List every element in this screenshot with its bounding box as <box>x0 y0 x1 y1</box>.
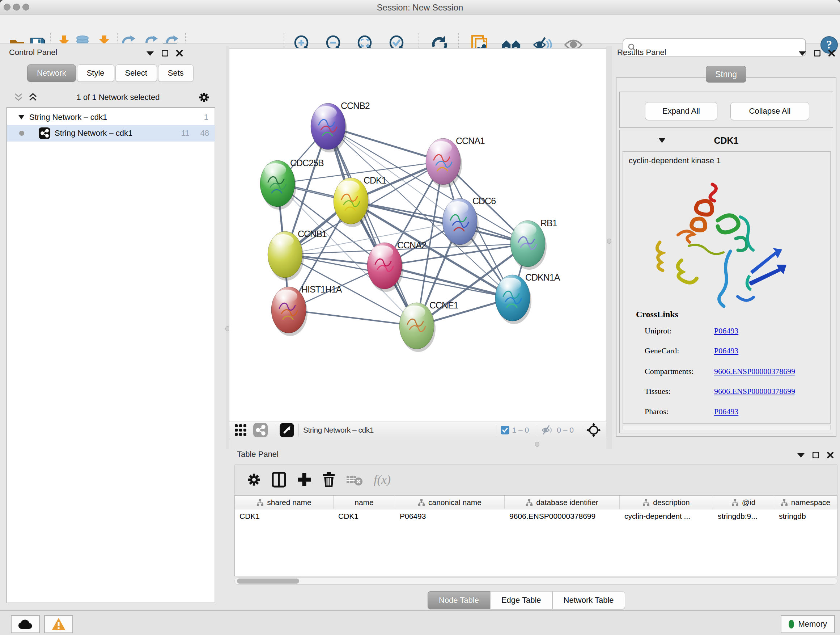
expand-all-button[interactable]: Expand All <box>645 102 717 120</box>
column-header[interactable]: description <box>620 496 713 509</box>
crosslink-pharos-link[interactable]: P06493 <box>714 407 738 416</box>
right-splitter[interactable] <box>606 46 612 449</box>
function-builder-icon: f(x) <box>374 473 391 486</box>
maximize-panel-icon[interactable] <box>162 50 168 57</box>
network-label: String Network – cdk1 <box>55 128 181 138</box>
cell-canonical-name[interactable]: P06493 <box>395 509 505 524</box>
svg-text:CDKN1A: CDKN1A <box>525 272 561 282</box>
column-header[interactable]: canonical name <box>395 496 505 509</box>
control-panel-title: Control Panel <box>9 48 57 57</box>
birds-eye-view-icon[interactable] <box>279 423 294 437</box>
cell-shared-name[interactable]: CDK1 <box>235 509 333 524</box>
maximize-panel-icon[interactable] <box>814 50 821 57</box>
tab-sets[interactable]: Sets <box>158 65 194 82</box>
right-splitter-handle[interactable] <box>607 239 611 244</box>
crosslinks-title: CrossLinks <box>636 310 678 319</box>
network-edge-count: 48 <box>201 128 209 138</box>
collection-expand-icon[interactable] <box>19 115 24 119</box>
string-network-graph[interactable]: CCNB2CCNA1CDC25BCDK1CDC6RB1CCNB1CCNA2CDK… <box>229 49 606 421</box>
control-panel: Control Panel Network Style Select Sets … <box>0 43 226 610</box>
tab-network-table[interactable]: Network Table <box>553 591 625 609</box>
protein-structure-image <box>645 177 790 322</box>
shared-column-icon <box>256 499 264 506</box>
main-toolbar: ? <box>0 14 840 43</box>
tab-edge-table[interactable]: Edge Table <box>490 591 553 609</box>
crosslink-label: GeneCard: <box>645 346 714 356</box>
table-horizontal-scrollbar[interactable] <box>234 578 837 585</box>
tab-node-table[interactable]: Node Table <box>428 591 490 609</box>
clear-table-icon <box>346 473 363 486</box>
tab-style[interactable]: Style <box>77 65 114 82</box>
svg-text:CCNA2: CCNA2 <box>397 240 426 250</box>
crosslink-uniprot-link[interactable]: P06493 <box>714 326 738 336</box>
collection-count: 1 <box>204 112 208 122</box>
pan-crosshair-icon[interactable] <box>586 423 601 437</box>
add-column-icon[interactable] <box>297 472 311 487</box>
table-toolbar: f(x) <box>234 464 837 495</box>
column-header[interactable]: database identifier <box>505 496 620 509</box>
float-panel-icon[interactable] <box>799 51 806 56</box>
shared-column-icon <box>781 499 788 506</box>
delete-column-icon[interactable] <box>322 472 335 488</box>
collapse-all-chevron-icon[interactable] <box>14 93 23 102</box>
cytoscape-window: Session: New Session <box>0 0 840 635</box>
network-selection-status: 1 of 1 Network selected <box>38 93 199 102</box>
tab-network[interactable]: Network <box>27 65 76 82</box>
float-panel-icon[interactable] <box>797 453 805 458</box>
svg-text:HIST1H1A: HIST1H1A <box>302 284 342 295</box>
memory-button[interactable]: Memory <box>781 615 835 633</box>
string-results-container: Expand All Collapse All CDK1 cyclin-depe… <box>616 78 836 437</box>
close-panel-icon[interactable] <box>829 50 835 57</box>
hidden-nodes-edges-count: 0 – 0 <box>557 426 574 434</box>
svg-text:CCNE1: CCNE1 <box>429 300 458 310</box>
show-columns-icon[interactable] <box>272 472 286 488</box>
crosslink-tissues-link[interactable]: 9606.ENSP00000378699 <box>714 386 795 396</box>
left-splitter[interactable] <box>226 46 229 449</box>
column-header[interactable]: name <box>333 496 395 509</box>
warnings-button[interactable] <box>44 615 73 633</box>
gene-content-scrollbar[interactable] <box>622 425 831 430</box>
svg-text:CDC25B: CDC25B <box>290 158 324 168</box>
shared-column-icon <box>643 499 650 506</box>
network-row-selected[interactable]: String Network – cdk1 11 48 <box>7 125 215 141</box>
cell-namespace[interactable]: stringdb <box>774 509 837 524</box>
network-options-gear-icon[interactable] <box>199 92 210 103</box>
cloud-status-button[interactable] <box>11 615 40 633</box>
cell-description[interactable]: cyclin-dependent ... <box>620 509 713 524</box>
network-canvas[interactable]: CCNB2CCNA1CDC25BCDK1CDC6RB1CCNB1CCNA2CDK… <box>229 48 606 421</box>
tab-string[interactable]: String <box>706 66 746 82</box>
shared-column-icon <box>731 499 739 506</box>
crosslink-compartments-link[interactable]: 9606.ENSP00000378699 <box>714 367 795 376</box>
tab-select[interactable]: Select <box>115 65 157 82</box>
scrollbar-thumb[interactable] <box>237 578 299 584</box>
gene-result-cdk1: CDK1 cyclin-dependent kinase 1 <box>619 130 833 433</box>
close-panel-icon[interactable] <box>827 452 834 458</box>
table-row[interactable]: CDK1 CDK1 P06493 9606.ENSP00000378699 cy… <box>235 509 837 524</box>
network-collection-tree: String Network – cdk1 1 String Network –… <box>6 107 215 603</box>
bottom-splitter-handle[interactable] <box>535 442 539 447</box>
maximize-panel-icon[interactable] <box>813 452 819 458</box>
column-header[interactable]: shared name <box>235 496 333 509</box>
gene-name: CDK1 <box>665 135 787 146</box>
table-type-tabs: Node Table Edge Table Network Table <box>428 591 625 609</box>
cell-database-identifier[interactable]: 9606.ENSP00000378699 <box>505 509 620 524</box>
svg-text:CCNB1: CCNB1 <box>298 229 327 239</box>
column-header[interactable]: namespace <box>774 496 837 509</box>
collapse-all-button[interactable]: Collapse All <box>730 102 809 120</box>
network-share-toggle-icon[interactable] <box>253 423 268 437</box>
gene-collapse-icon[interactable] <box>659 138 665 143</box>
node-table-header: shared name name canonical name database… <box>235 496 837 509</box>
network-collection-row[interactable]: String Network – cdk1 1 <box>7 110 215 125</box>
table-options-gear-icon[interactable] <box>247 473 261 486</box>
show-grid-icon[interactable] <box>234 424 247 436</box>
selected-count-checkbox-icon[interactable] <box>501 426 509 434</box>
table-panel-title: Table Panel <box>237 450 279 459</box>
close-panel-icon[interactable] <box>176 50 183 57</box>
cell-name[interactable]: CDK1 <box>333 509 395 524</box>
crosslink-genecard-link[interactable]: P06493 <box>714 346 738 356</box>
cell-id[interactable]: stringdb:9... <box>713 509 774 524</box>
float-panel-icon[interactable] <box>147 51 154 56</box>
cloud-icon <box>17 619 33 630</box>
column-header[interactable]: @id <box>713 496 774 509</box>
expand-all-chevron-icon[interactable] <box>28 93 38 102</box>
